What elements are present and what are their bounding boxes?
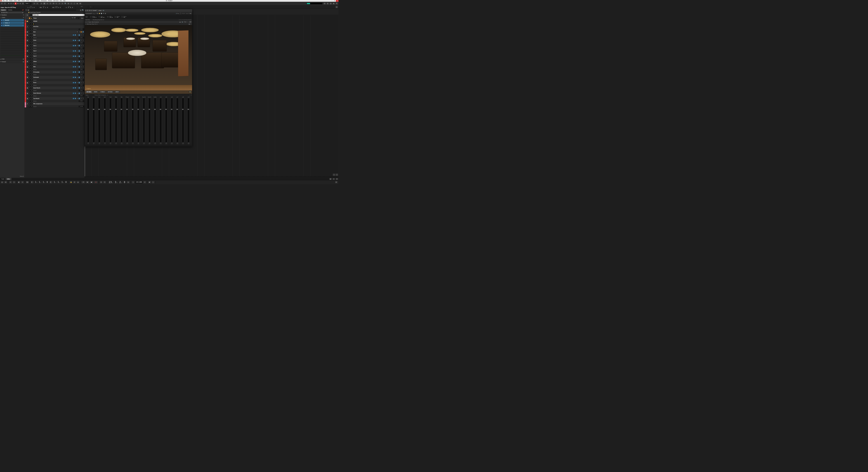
primary-time[interactable]: 23. 3. 2. 0	[108, 181, 126, 184]
zoom-in-h[interactable]: ＋	[336, 174, 338, 176]
automation-panel-icon[interactable]: ⚙	[22, 2, 24, 5]
right-panel-toggle[interactable]: ▦	[332, 2, 335, 5]
mixer-channel[interactable]: Tom Rev+0.025|26	[152, 96, 158, 145]
tool-zoom[interactable]: 🔍	[64, 2, 67, 5]
listen-all[interactable]: L	[12, 2, 14, 4]
master-tune-knob[interactable]	[98, 16, 100, 18]
metronome-icon[interactable]: ▲	[114, 16, 116, 18]
tempo-track-toggle[interactable]: ♩	[131, 181, 134, 184]
menu-audio[interactable]: Audio	[13, 0, 17, 1]
mixer-channel[interactable]: st.16+0.031|32	[169, 96, 175, 145]
insert-studioeq[interactable]: ⏻eStudioEQ▼	[0, 19, 24, 22]
automation-all[interactable]: A	[19, 2, 21, 4]
tool-erase[interactable]: ⌫	[52, 2, 55, 5]
menu-project[interactable]: Project	[8, 0, 13, 1]
punch-in-icon[interactable]: 🔒	[69, 181, 72, 184]
tool-color[interactable]: ◧	[79, 2, 82, 5]
kitview-btn[interactable]: KIT VIEW	[86, 91, 92, 93]
tab-editor[interactable]: Editor	[6, 178, 11, 180]
retro-record[interactable]: ↻	[103, 181, 106, 184]
inspector-channel[interactable]: ▶Stereo OutⒺ	[1, 11, 24, 13]
options-icon[interactable]: ⚙	[103, 13, 104, 14]
redo-button[interactable]: ↷	[4, 2, 6, 5]
left-locator[interactable]: 1. 1. 1. 0	[34, 181, 49, 183]
event-grid[interactable]: − ＋ ◎ⓇⓌ 01 - Kontakt 7 ◀▶▾📷 KONTAKT Play…	[85, 15, 338, 176]
autoscroll-mode[interactable]: ▾	[36, 2, 39, 5]
channel-fader[interactable]	[166, 98, 166, 142]
settings-btn[interactable]: SETTINGS	[107, 91, 114, 93]
channel-fader[interactable]	[177, 98, 177, 142]
menu-midi[interactable]: MIDI	[17, 0, 21, 1]
menu-studio[interactable]: Studio	[36, 0, 40, 1]
channel-fader[interactable]	[160, 98, 160, 142]
track-kick-midi[interactable]: ▥MSKick●◀🔈▥	[25, 30, 85, 33]
tool-line[interactable]: ／	[73, 2, 76, 5]
about-btn[interactable]: ABOUT	[114, 91, 120, 93]
record-button[interactable]: ●	[94, 181, 98, 184]
menu-help[interactable]: Help	[62, 0, 66, 1]
mixer-channel[interactable]: Snare Re+0.021|22	[141, 96, 147, 145]
pin-icon[interactable]: 📌	[21, 9, 25, 11]
track-prl[interactable]: ⤴MSPRL Compression	[25, 102, 85, 105]
locator-right-go[interactable]: ▎	[50, 181, 53, 184]
aq-button[interactable]: AQ	[26, 181, 29, 184]
lock-icon[interactable]: 🔒	[189, 91, 191, 93]
insert-compressor[interactable]: ⏻eCompr...or▼	[0, 22, 24, 24]
punch-in[interactable]: ▼	[73, 181, 76, 184]
mixer-channel[interactable]: Tom 1+0.05|6	[96, 96, 102, 145]
menu-hub[interactable]: Hub	[59, 0, 63, 1]
info-end[interactable]: 152. 1. 1. 0	[39, 7, 48, 8]
mixer-channel[interactable]: Tom 3+0.09|10	[108, 96, 114, 145]
read-all[interactable]: R	[14, 2, 17, 4]
ext-sync[interactable]: Ext	[107, 16, 109, 18]
write-all[interactable]: W	[17, 2, 19, 4]
window-maximize[interactable]: ☐	[333, 0, 336, 2]
constrain-icon[interactable]: ◎	[1, 181, 4, 184]
mixer-channel[interactable]: Overhea+0.017|18	[130, 96, 135, 145]
locator-left-go[interactable]: ▎	[31, 181, 34, 184]
io-channels-header[interactable]: 📁Input/Output Channels	[25, 11, 85, 13]
ref-tone-icon[interactable]: ∿	[121, 16, 123, 18]
mixer-channel[interactable]: Snare Sh+0.023|24	[147, 96, 152, 145]
track-row[interactable]: ▥MSOverheadse⟲◀▶RW	[25, 76, 85, 79]
menu-edit[interactable]: Edit	[5, 0, 8, 1]
rack-pages[interactable]: 01-16 17-32 33-48 49-64 KSP AUX	[179, 19, 191, 20]
channel-fader[interactable]	[132, 98, 133, 142]
track-drum-bus[interactable]: ⤴MSDrum Bus	[25, 25, 85, 28]
editor-tool[interactable]: ◧	[329, 178, 332, 180]
master-volume-knob[interactable]	[90, 16, 92, 18]
track-row[interactable]: ▥MSTom 1e⟲◀▶RW	[25, 44, 85, 47]
tool-play[interactable]: ▶	[76, 2, 79, 5]
menu-vstcloud[interactable]: VST Cloud	[53, 0, 59, 1]
arrange-h-scroll[interactable]	[85, 176, 338, 178]
right-locator[interactable]: 1. 1. 1. 0	[53, 181, 68, 183]
track-row[interactable]: ▥MSTom Reverbe⟲◀▶RW	[25, 97, 85, 100]
mixer-channel[interactable]: Snare+0.03|4	[91, 96, 97, 145]
info-setup[interactable]: ⚙	[336, 6, 338, 8]
automation-mode-combo[interactable]: Touch▾	[25, 2, 31, 5]
inspector-setup[interactable]: Setup	[0, 175, 25, 178]
quantize-preset[interactable]: ◧	[18, 181, 20, 184]
prev-marker[interactable]: ↺	[81, 181, 85, 184]
track-row[interactable]: ▥MSSnare Shimmere⟲◀▶RW	[25, 92, 85, 95]
menu-file[interactable]: File	[2, 0, 5, 1]
inspector-tab[interactable]: Inspector	[0, 9, 7, 11]
tool-range[interactable]: ▭	[46, 2, 49, 5]
menu-media[interactable]: Media	[26, 0, 30, 1]
files-icon[interactable]: 📁	[99, 13, 100, 14]
mute-all[interactable]: M	[8, 2, 10, 4]
purge-menu[interactable]: Purge	[184, 22, 186, 23]
mixer-channel[interactable]: st.14+0.027|28	[158, 96, 164, 145]
tool-mute[interactable]: ✕	[61, 2, 64, 5]
zoom-out-h[interactable]: −	[333, 174, 336, 176]
insert-empty[interactable]	[0, 27, 24, 29]
snapshot-icon[interactable]: 📷	[182, 22, 183, 23]
play-button[interactable]: ▶	[90, 181, 93, 184]
add-other-button[interactable]: ◧	[28, 9, 30, 11]
punch-bar[interactable]: |▪|	[4, 181, 7, 184]
menu-workspaces[interactable]: Workspaces	[40, 0, 48, 1]
punch-out[interactable]: ▲	[76, 181, 79, 184]
track-row[interactable]: ▥MSRidee⟲◀▶RW	[25, 65, 85, 68]
mixer-channel[interactable]: HiHats+0.011|12	[113, 96, 119, 145]
window-close[interactable]: ✕	[336, 0, 339, 2]
